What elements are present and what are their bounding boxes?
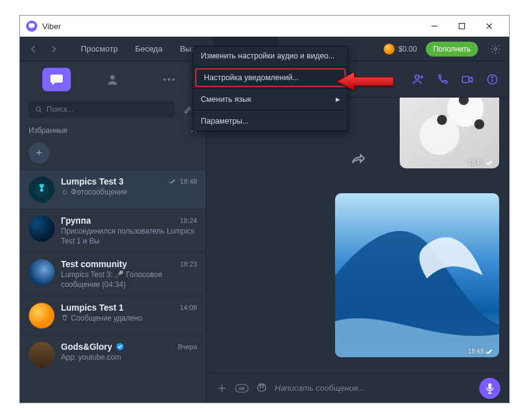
chat-item[interactable]: Test community 18:23 Lumpics Test 3: 🎤 Г…: [20, 252, 206, 296]
tab-chats[interactable]: [42, 68, 71, 91]
chat-time: 18:48: [168, 178, 197, 185]
forward-icon[interactable]: [351, 153, 366, 168]
svg-point-26: [262, 386, 263, 387]
dropdown-item-av-settings[interactable]: Изменить настройки аудио и видео...: [193, 47, 347, 65]
search-input[interactable]: Поиск...: [29, 101, 175, 118]
chat-name: Lumpics Test 1: [61, 303, 124, 313]
svg-rect-1: [459, 24, 465, 29]
messages[interactable]: 18:45 18:48: [206, 98, 509, 373]
menu-view[interactable]: Просмотр: [73, 37, 125, 62]
balance-display[interactable]: $0.00: [384, 43, 417, 55]
message-time: 18:45: [468, 159, 494, 166]
maximize-button[interactable]: [448, 17, 476, 35]
balance-amount: $0.00: [398, 45, 417, 53]
submenu-arrow-icon: ▶: [336, 96, 340, 103]
titlebar: Viber: [20, 16, 509, 37]
voice-message-button[interactable]: [479, 378, 500, 399]
trash-icon: [61, 314, 68, 321]
avatar: [29, 259, 55, 285]
svg-rect-27: [489, 383, 492, 390]
favorites-header[interactable]: Избранные: [20, 121, 206, 140]
dropdown-item-language[interactable]: Сменить язык ▶: [193, 90, 347, 109]
read-check-icon: [485, 160, 494, 166]
minimize-button[interactable]: [421, 17, 448, 35]
read-check-icon: [168, 178, 177, 185]
chat-preview: Присоединился пользователь Lumpics Test …: [61, 227, 197, 246]
read-check-icon: [485, 349, 494, 355]
info-icon[interactable]: [485, 73, 499, 86]
chat-item[interactable]: Группа 18:24 Присоединился пользователь …: [20, 209, 206, 252]
svg-text:GIF: GIF: [239, 386, 246, 391]
composer: GIF Написать сообщение...: [206, 373, 509, 403]
chat-name: Группа: [61, 216, 91, 226]
sidebar: Поиск... Избранные +: [20, 62, 206, 403]
tools-dropdown: Изменить настройки аудио и видео... Наст…: [193, 46, 348, 131]
nav-forward-button[interactable]: [45, 40, 62, 58]
message-input[interactable]: Написать сообщение...: [275, 383, 473, 393]
attach-icon[interactable]: [215, 381, 229, 395]
chat-preview: App: youtube.com: [61, 353, 197, 363]
chat-time: Вчера: [178, 343, 197, 350]
search-icon: [35, 106, 43, 114]
sticker-icon[interactable]: [255, 381, 269, 395]
chat-item[interactable]: Lumpics Test 3 18:48 ☺ Фотосообщение: [20, 170, 206, 209]
chat-preview: Сообщение удалено: [61, 314, 197, 324]
add-favorite-button[interactable]: +: [29, 142, 50, 163]
message-time: 18:48: [468, 348, 494, 355]
chat-list: Lumpics Test 3 18:48 ☺ Фотосообщение: [20, 170, 206, 403]
avatar: [29, 216, 55, 242]
tab-contacts[interactable]: [98, 68, 127, 91]
svg-rect-15: [462, 76, 469, 83]
topup-button[interactable]: Пополнить: [426, 42, 478, 57]
image-message[interactable]: 18:48: [335, 193, 499, 357]
sidebar-tabs: [20, 62, 206, 98]
chat-preview: ☺ Фотосообщение: [61, 188, 197, 198]
gif-icon[interactable]: GIF: [235, 381, 249, 395]
svg-point-25: [260, 386, 260, 387]
call-icon[interactable]: [436, 73, 449, 86]
annotation-arrow: [336, 71, 395, 94]
svg-point-12: [40, 188, 43, 191]
verified-icon: [116, 342, 124, 351]
close-button[interactable]: [476, 17, 503, 35]
avatar: [29, 303, 55, 329]
emoji-icon: ☺: [61, 188, 68, 198]
svg-point-5: [111, 75, 115, 80]
svg-point-6: [163, 78, 166, 81]
dropdown-item-options[interactable]: Параметры...: [193, 112, 347, 130]
chat-preview: Lumpics Test 3: 🎤 Голосовое сообщение (0…: [61, 270, 197, 290]
svg-line-10: [40, 111, 42, 112]
dropdown-item-notifications[interactable]: Настройка уведомлений...: [195, 68, 346, 87]
search-row: Поиск...: [20, 98, 206, 121]
orange-icon: [29, 303, 55, 329]
viber-out-icon: [384, 43, 395, 55]
svg-point-14: [415, 75, 419, 79]
video-icon[interactable]: [461, 73, 474, 86]
window-title: Viber: [42, 22, 61, 31]
chat-time: 18:24: [180, 217, 197, 224]
tab-more[interactable]: [155, 68, 183, 91]
chat-name: Lumpics Test 3: [61, 176, 124, 186]
add-user-icon[interactable]: [411, 73, 425, 86]
chat-item[interactable]: Gods&Glory Вчера App: youtube.com: [20, 335, 206, 374]
avatar: [29, 176, 55, 203]
svg-point-9: [36, 107, 40, 111]
svg-point-8: [172, 78, 175, 81]
image-message[interactable]: 18:45: [400, 98, 499, 168]
avatar: [29, 342, 55, 368]
svg-point-4: [494, 47, 497, 50]
viber-logo-icon: [26, 21, 37, 32]
search-placeholder: Поиск...: [47, 105, 73, 114]
settings-gear-icon[interactable]: [487, 43, 504, 55]
nav-back-button[interactable]: [25, 40, 42, 58]
chat-time: 18:23: [180, 260, 197, 268]
favorites-label: Избранные: [29, 126, 68, 135]
svg-point-18: [492, 76, 493, 78]
chat-time: 14:08: [180, 304, 197, 311]
chat-name: Test community: [61, 259, 127, 269]
chat-name: Gods&Glory: [61, 342, 112, 352]
menu-chat[interactable]: Беседа: [127, 37, 170, 62]
chat-item[interactable]: Lumpics Test 1 14:08 Сообщение удалено: [20, 296, 206, 335]
svg-point-7: [168, 78, 170, 81]
